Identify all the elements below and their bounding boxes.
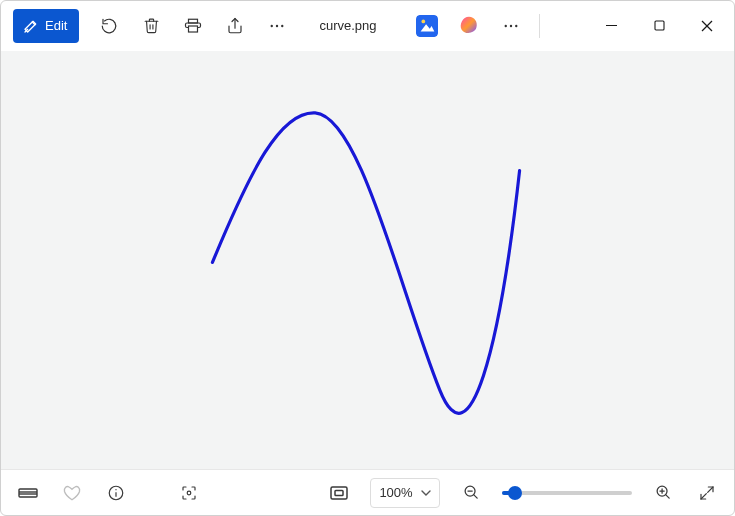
fit-to-window-button[interactable] [320,476,358,510]
svg-rect-13 [655,21,664,30]
edit-with-photos-button[interactable] [407,8,447,44]
svg-point-9 [504,25,506,27]
info-icon [107,484,125,502]
edit-icon [23,18,39,34]
more-icon [502,17,520,35]
zoom-slider-thumb[interactable] [508,486,522,500]
app-more-button[interactable] [491,8,531,44]
fullscreen-button[interactable] [688,476,726,510]
svg-rect-16 [19,489,37,497]
svg-line-32 [708,487,713,492]
edit-button-label: Edit [45,18,67,33]
scan-icon [180,484,198,502]
share-button[interactable] [215,8,255,44]
svg-point-21 [115,489,116,490]
maximize-button[interactable] [636,2,682,50]
zoom-slider[interactable] [502,491,632,495]
title-bar: Edit curve.png [1,1,734,51]
heart-icon [63,484,81,502]
svg-point-10 [509,25,511,27]
edit-with-paint-button[interactable] [449,8,489,44]
svg-line-26 [473,495,477,499]
info-button[interactable] [97,476,135,510]
svg-point-8 [421,19,425,23]
paint-app-icon [458,15,480,37]
scan-ocr-button[interactable] [170,476,208,510]
close-icon [701,20,713,32]
rotate-button[interactable] [89,8,129,44]
more-button[interactable] [257,8,297,44]
maximize-icon [654,20,665,31]
zoom-in-icon [655,484,672,501]
rotate-icon [100,17,118,35]
favorite-button[interactable] [53,476,91,510]
svg-point-22 [187,491,191,495]
curve-image [1,51,734,470]
svg-line-33 [701,493,706,498]
svg-rect-1 [189,26,198,32]
filmstrip-icon [18,486,38,500]
photos-app-icon [416,15,438,37]
fullscreen-icon [699,485,715,501]
svg-point-3 [271,25,273,27]
filename-label: curve.png [319,18,376,33]
image-canvas[interactable] [1,51,734,470]
separator [539,14,540,38]
close-button[interactable] [684,2,730,50]
svg-point-11 [515,25,517,27]
more-icon [268,17,286,35]
svg-rect-24 [335,490,343,495]
svg-point-5 [281,25,283,27]
print-button[interactable] [173,8,213,44]
trash-icon [143,17,160,34]
svg-rect-23 [331,487,347,499]
edit-button[interactable]: Edit [13,9,79,43]
fit-window-icon [330,486,348,500]
minimize-icon [606,20,617,31]
minimize-button[interactable] [588,2,634,50]
zoom-value: 100% [379,485,412,500]
delete-button[interactable] [131,8,171,44]
print-icon [184,17,202,35]
zoom-out-button[interactable] [452,476,490,510]
zoom-select[interactable]: 100% [370,478,440,508]
svg-point-4 [276,25,278,27]
zoom-in-button[interactable] [644,476,682,510]
zoom-out-icon [463,484,480,501]
status-bar: 100% [1,469,734,515]
share-icon [226,17,244,35]
filmstrip-button[interactable] [9,476,47,510]
chevron-down-icon [421,488,431,498]
svg-line-29 [665,495,669,499]
